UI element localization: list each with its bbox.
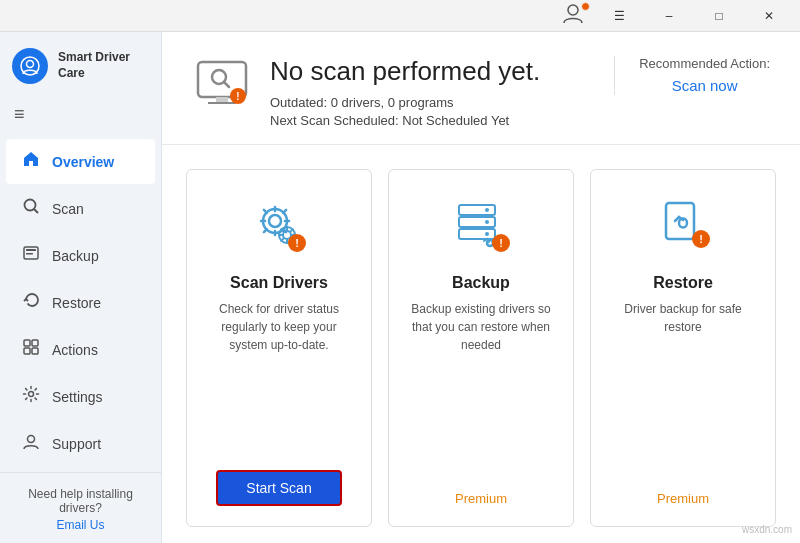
restore-card: ! Restore Driver backup for safe restore… xyxy=(590,169,776,527)
backup-icon-wrap: ! xyxy=(446,192,516,262)
minimize-btn[interactable]: – xyxy=(646,0,692,32)
svg-text:!: ! xyxy=(295,237,299,249)
svg-point-23 xyxy=(263,209,287,233)
svg-text:!: ! xyxy=(236,91,239,102)
svg-rect-9 xyxy=(32,340,38,346)
svg-text:!: ! xyxy=(699,233,703,245)
app-name-label: Smart Driver Care xyxy=(58,50,149,81)
app-container: Smart Driver Care ≡ Overview S xyxy=(0,32,800,543)
svg-rect-11 xyxy=(32,348,38,354)
svg-point-33 xyxy=(485,232,489,236)
svg-rect-6 xyxy=(26,249,36,251)
sidebar-header: Smart Driver Care xyxy=(0,32,161,96)
svg-rect-10 xyxy=(24,348,30,354)
svg-point-2 xyxy=(27,61,34,68)
recommended-label: Recommended Action: xyxy=(639,56,770,71)
svg-point-31 xyxy=(485,208,489,212)
email-us-link[interactable]: Email Us xyxy=(14,518,147,532)
backup-icon xyxy=(20,244,42,267)
close-btn[interactable]: ✕ xyxy=(746,0,792,32)
sidebar-item-backup-label: Backup xyxy=(52,248,99,264)
next-scan-info: Next Scan Scheduled: Not Scheduled Yet xyxy=(270,113,614,128)
sidebar-item-overview[interactable]: Overview xyxy=(6,139,155,184)
restore-premium-link[interactable]: Premium xyxy=(657,481,709,506)
user-notification-dot xyxy=(581,2,590,11)
restore-icon xyxy=(20,291,42,314)
sidebar: Smart Driver Care ≡ Overview S xyxy=(0,32,162,543)
scan-drivers-card-title: Scan Drivers xyxy=(230,274,328,292)
app-logo xyxy=(12,48,48,84)
top-section: ! No scan performed yet. Outdated: 0 dri… xyxy=(162,32,800,145)
scan-drivers-card-desc: Check for driver status regularly to kee… xyxy=(203,300,355,456)
scan-drivers-icon-wrap: ! xyxy=(244,192,314,262)
restore-card-title: Restore xyxy=(653,274,713,292)
svg-point-12 xyxy=(29,392,34,397)
restore-card-icon: ! xyxy=(651,195,716,260)
user-icon-area[interactable] xyxy=(562,2,590,30)
sidebar-item-scan[interactable]: Scan xyxy=(6,186,155,231)
sidebar-nav: Overview Scan xyxy=(0,133,161,472)
window-controls: ☰ – □ ✕ xyxy=(596,0,792,32)
watermark: wsxdn.com xyxy=(742,524,792,535)
sidebar-item-overview-label: Overview xyxy=(52,154,114,170)
backup-premium-link[interactable]: Premium xyxy=(455,481,507,506)
svg-line-19 xyxy=(224,82,229,87)
restore-card-desc: Driver backup for safe restore xyxy=(607,300,759,467)
scan-drivers-card: ! Scan Drivers Check for driver status r… xyxy=(186,169,372,527)
sidebar-item-backup[interactable]: Backup xyxy=(6,233,155,278)
help-text: Need help installing drivers? xyxy=(28,487,133,515)
restore-icon-wrap: ! xyxy=(648,192,718,262)
backup-card-title: Backup xyxy=(452,274,510,292)
sidebar-item-settings-label: Settings xyxy=(52,389,103,405)
hamburger-menu-btn[interactable]: ☰ xyxy=(596,0,642,32)
status-text-area: No scan performed yet. Outdated: 0 drive… xyxy=(270,56,614,128)
sidebar-item-actions-label: Actions xyxy=(52,342,98,358)
sidebar-item-actions[interactable]: Actions xyxy=(6,327,155,372)
settings-icon xyxy=(20,385,42,408)
home-icon xyxy=(20,150,42,173)
no-scan-title: No scan performed yet. xyxy=(270,56,614,87)
support-icon xyxy=(20,432,42,455)
sidebar-item-support-label: Support xyxy=(52,436,101,452)
sidebar-footer: Need help installing drivers? Email Us xyxy=(0,472,161,543)
svg-line-4 xyxy=(34,209,38,213)
svg-text:!: ! xyxy=(499,237,503,249)
sidebar-item-restore-label: Restore xyxy=(52,295,101,311)
sidebar-item-restore[interactable]: Restore xyxy=(6,280,155,325)
main-content: ! No scan performed yet. Outdated: 0 dri… xyxy=(162,32,800,543)
svg-rect-28 xyxy=(459,205,495,215)
svg-point-3 xyxy=(25,200,36,211)
svg-rect-30 xyxy=(459,229,495,239)
sidebar-hamburger[interactable]: ≡ xyxy=(0,96,161,133)
svg-rect-7 xyxy=(26,253,33,255)
svg-point-32 xyxy=(485,220,489,224)
sidebar-item-support[interactable]: Support xyxy=(6,421,155,466)
sidebar-item-settings[interactable]: Settings xyxy=(6,374,155,419)
svg-point-13 xyxy=(28,436,35,443)
start-scan-button[interactable]: Start Scan xyxy=(216,470,341,506)
svg-point-22 xyxy=(269,215,281,227)
maximize-btn[interactable]: □ xyxy=(696,0,742,32)
svg-rect-29 xyxy=(459,217,495,227)
scan-icon xyxy=(20,197,42,220)
backup-card-desc: Backup existing drivers so that you can … xyxy=(405,300,557,467)
cards-section: ! Scan Drivers Check for driver status r… xyxy=(162,145,800,543)
title-bar: ☰ – □ ✕ xyxy=(0,0,800,32)
monitor-icon: ! xyxy=(192,56,252,116)
scan-drivers-icon: ! xyxy=(247,195,312,260)
svg-rect-8 xyxy=(24,340,30,346)
svg-point-0 xyxy=(568,5,578,15)
svg-rect-16 xyxy=(216,97,228,102)
sidebar-item-scan-label: Scan xyxy=(52,201,84,217)
backup-card-icon: ! xyxy=(449,195,514,260)
backup-card: ! Backup Backup existing drivers so that… xyxy=(388,169,574,527)
scan-status-area: ! No scan performed yet. Outdated: 0 dri… xyxy=(192,56,614,128)
actions-icon xyxy=(20,338,42,361)
recommended-area: Recommended Action: Scan now xyxy=(614,56,770,95)
monitor-icon-wrap: ! xyxy=(192,56,252,120)
scan-now-link[interactable]: Scan now xyxy=(672,77,738,94)
outdated-info: Outdated: 0 drivers, 0 programs xyxy=(270,95,614,110)
